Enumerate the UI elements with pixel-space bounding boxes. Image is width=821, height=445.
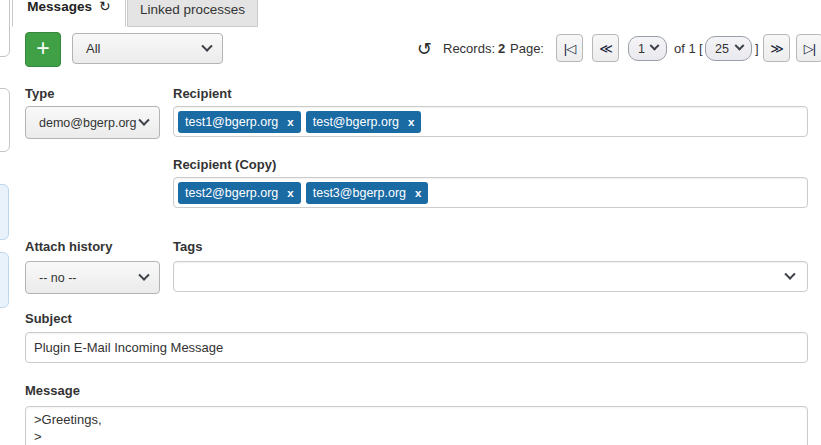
- type-select[interactable]: demo@bgerp.org: [25, 106, 160, 139]
- subject-input[interactable]: [25, 332, 808, 363]
- recipient-chip: test1@bgerp.org x: [178, 111, 301, 133]
- filter-select[interactable]: All: [72, 33, 223, 64]
- chevron-down-icon: [201, 40, 212, 51]
- last-page-button[interactable]: ▷|: [796, 34, 821, 62]
- message-textarea[interactable]: >Greetings, >: [25, 406, 808, 445]
- recipient-copy-chip-label: test3@bgerp.org: [313, 186, 406, 200]
- tab-linked-processes-label: Linked processes: [140, 2, 245, 17]
- chip-remove-icon[interactable]: x: [415, 187, 421, 199]
- recipient-copy-label: Recipient (Copy): [173, 157, 276, 172]
- prev-page-button[interactable]: ≪: [592, 34, 619, 62]
- page-of-label: of 1: [674, 41, 696, 56]
- records-label: Records:: [443, 41, 495, 56]
- chevron-down-icon: [650, 41, 660, 51]
- page-number-select[interactable]: 1: [628, 36, 667, 61]
- page-number-value: 1: [638, 42, 645, 56]
- filter-select-value: All: [86, 41, 100, 56]
- recipient-chip-label: test@bgerp.org: [313, 115, 399, 129]
- chip-remove-icon[interactable]: x: [287, 116, 293, 128]
- tags-label: Tags: [173, 239, 202, 254]
- recipient-copy-chip: test3@bgerp.org x: [306, 182, 429, 204]
- bracket-open: [: [699, 41, 703, 56]
- page-label: Page:: [510, 41, 544, 56]
- recipient-copy-chip-label: test2@bgerp.org: [185, 186, 278, 200]
- bracket-close: ]: [755, 41, 759, 56]
- attach-history-label: Attach history: [25, 239, 112, 254]
- page-size-select[interactable]: 25: [705, 36, 752, 61]
- messages-panel: Messages ↻ Linked processes + All ↻ Reco…: [0, 0, 821, 445]
- page-size-value: 25: [715, 42, 729, 56]
- left-list-item-edge[interactable]: [0, 184, 9, 240]
- message-label: Message: [25, 383, 80, 398]
- refresh-icon[interactable]: ↻: [99, 0, 111, 14]
- recipient-copy-field[interactable]: test2@bgerp.org x test3@bgerp.org x: [173, 177, 808, 208]
- tab-linked-processes[interactable]: Linked processes: [127, 0, 258, 27]
- tags-select[interactable]: [173, 261, 808, 292]
- recipient-label: Recipient: [173, 86, 232, 101]
- chevron-down-icon: [138, 269, 149, 280]
- add-message-button[interactable]: +: [25, 32, 61, 67]
- recipient-chip: test@bgerp.org x: [306, 111, 422, 133]
- left-list-item-edge[interactable]: [0, 252, 9, 308]
- chevron-down-icon: [735, 41, 745, 51]
- type-label: Type: [25, 86, 54, 101]
- next-page-button[interactable]: ≫: [763, 34, 790, 62]
- left-panel-box-edge: [0, 0, 10, 57]
- left-panel-box-edge: [0, 88, 10, 152]
- recipient-copy-chip: test2@bgerp.org x: [178, 182, 301, 204]
- tab-messages-label: Messages: [27, 0, 92, 14]
- records-count: 2: [498, 41, 505, 56]
- chip-remove-icon[interactable]: x: [287, 187, 293, 199]
- refresh-list-icon[interactable]: ↻: [417, 38, 432, 60]
- attach-history-select[interactable]: -- no --: [25, 261, 160, 294]
- first-page-button[interactable]: |◁: [556, 34, 583, 62]
- recipient-field[interactable]: test1@bgerp.org x test@bgerp.org x: [173, 106, 808, 137]
- chevron-down-icon: [138, 114, 149, 125]
- chip-remove-icon[interactable]: x: [408, 116, 414, 128]
- recipient-chip-label: test1@bgerp.org: [185, 115, 278, 129]
- attach-history-value: -- no --: [39, 271, 77, 285]
- chevron-down-icon: [784, 268, 795, 279]
- type-select-value: demo@bgerp.org: [39, 116, 136, 130]
- tab-bar: Messages ↻ Linked processes: [0, 0, 821, 27]
- tab-messages[interactable]: Messages ↻: [12, 0, 126, 27]
- subject-label: Subject: [25, 311, 72, 326]
